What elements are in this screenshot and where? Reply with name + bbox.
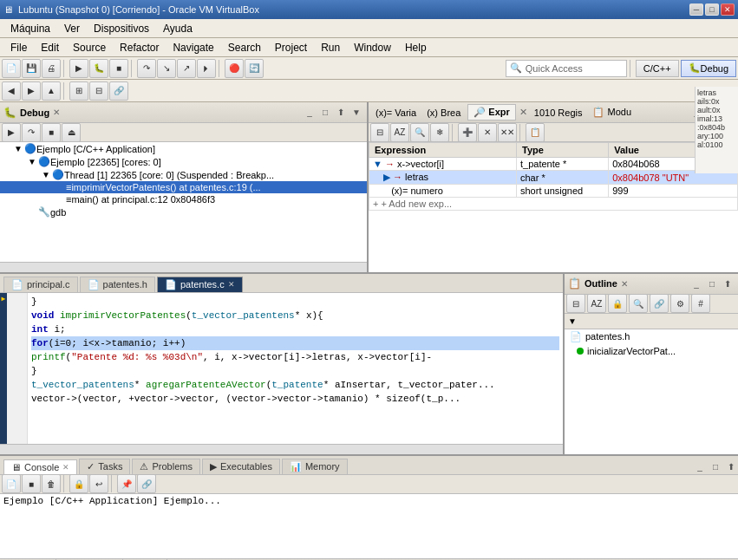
tab-expressions[interactable]: 🔎 Expr: [467, 104, 516, 120]
debug-step-btn[interactable]: ↷: [22, 123, 41, 142]
outline-settings[interactable]: ⚙: [670, 294, 689, 313]
outline-collapse[interactable]: ⊟: [566, 294, 585, 313]
step-into-button[interactable]: ↘: [157, 59, 176, 78]
debug-button[interactable]: 🐛: [89, 59, 108, 78]
menu-source[interactable]: Source: [66, 40, 113, 55]
resume-button[interactable]: ⏵: [197, 59, 216, 78]
expr-collapse-all[interactable]: ⊟: [370, 123, 389, 142]
console-link[interactable]: 🔗: [137, 474, 156, 493]
debug-disconnect-btn[interactable]: ⏏: [62, 123, 81, 142]
link-button[interactable]: 🔗: [109, 81, 128, 101]
menu-navigate[interactable]: Navigate: [166, 40, 220, 55]
tab-memory[interactable]: 📊 Memory: [282, 459, 348, 474]
tree-item-imprimir[interactable]: ≡ imprimirVectorPatentes() at patentes.c…: [0, 181, 367, 193]
console-maximize-btn[interactable]: □: [709, 460, 722, 474]
step-out-button[interactable]: ↗: [177, 59, 196, 78]
expand-arrow-2[interactable]: ▶: [383, 172, 390, 182]
expand-arrow-1[interactable]: ▼: [373, 159, 382, 169]
collapse-all[interactable]: ⊟: [89, 81, 108, 101]
tab-variables[interactable]: (x)= Varia: [372, 106, 420, 120]
os-menu-view[interactable]: Ver: [57, 21, 87, 36]
outline-item-init[interactable]: inicializarVectorPat...: [565, 344, 738, 358]
outline-synced[interactable]: 🔗: [650, 294, 669, 313]
debug-menu-btn[interactable]: ▼: [349, 106, 363, 120]
tab-registers[interactable]: 1010 Regis: [531, 106, 586, 120]
os-menu-devices[interactable]: Dispositivos: [87, 21, 156, 36]
console-stop-btn[interactable]: ■: [22, 474, 41, 493]
tab-close-patentes-c[interactable]: ✕: [228, 280, 235, 289]
add-new-expr[interactable]: + + Add new exp...: [369, 198, 738, 211]
outline-maximize[interactable]: □: [705, 277, 719, 290]
outline-sort[interactable]: AZ: [587, 294, 606, 313]
debug-terminate-btn[interactable]: ■: [42, 123, 61, 142]
tab-patentes-c[interactable]: 📄 patentes.c ✕: [157, 277, 243, 292]
outline-minimize[interactable]: _: [689, 277, 703, 290]
run-button[interactable]: ▶: [69, 59, 88, 78]
back-button[interactable]: ◀: [2, 81, 21, 101]
console-minimize-btn[interactable]: _: [693, 460, 707, 474]
console-clear-btn[interactable]: 🗑: [42, 474, 61, 493]
table-row-add[interactable]: + + Add new exp...: [369, 198, 738, 211]
tree-item-main[interactable]: ≡ main() at principal.c:12 0x80486f3: [0, 193, 367, 205]
expr-freeze[interactable]: ❄: [430, 123, 449, 142]
tree-item-gdb[interactable]: 🔧 gdb: [0, 205, 367, 218]
tab-console[interactable]: 🖥 Console ✕: [3, 459, 77, 474]
console-expand-btn[interactable]: ⬆: [724, 460, 738, 474]
step-over-button[interactable]: ↷: [137, 59, 156, 78]
debug-maximize-btn[interactable]: □: [318, 106, 332, 120]
tree-item-ejemplo-22365[interactable]: ▼ 🔵 Ejemplo [22365] [cores: 0]: [0, 155, 367, 168]
debug-minimize-btn[interactable]: _: [303, 106, 317, 120]
table-row[interactable]: (x)= numero short unsigned 999: [369, 185, 738, 198]
console-tab-close[interactable]: ✕: [62, 463, 69, 472]
tab-modules[interactable]: 📋 Modu: [589, 105, 635, 120]
expr-add[interactable]: ➕: [458, 123, 477, 142]
outline-expand[interactable]: ⬆: [721, 277, 735, 290]
expand-all[interactable]: ⊞: [69, 81, 88, 101]
menu-help[interactable]: Help: [398, 40, 434, 55]
tab-close-expr[interactable]: ✕: [519, 107, 527, 118]
console-pin[interactable]: 📌: [117, 474, 136, 493]
expr-remove[interactable]: ✕: [478, 123, 497, 142]
tab-executables[interactable]: ▶ Executables: [202, 459, 280, 474]
console-scroll-lock[interactable]: 🔒: [69, 474, 88, 493]
save-button[interactable]: 💾: [22, 59, 41, 78]
maximize-button[interactable]: □: [705, 3, 719, 16]
tab-breakpoints[interactable]: (x) Brea: [423, 106, 464, 120]
tab-tasks[interactable]: ✓ Tasks: [79, 459, 130, 474]
menu-file[interactable]: File: [3, 40, 34, 55]
forward-button[interactable]: ▶: [22, 81, 41, 101]
os-menu-help[interactable]: Ayuda: [156, 21, 199, 36]
outline-hash[interactable]: #: [691, 294, 710, 313]
tab-principal-c[interactable]: 📄 principal.c: [3, 277, 78, 292]
print-button[interactable]: 🖨: [42, 59, 61, 78]
menu-run[interactable]: Run: [314, 40, 347, 55]
menu-search[interactable]: Search: [221, 40, 268, 55]
expr-sort[interactable]: AZ: [390, 123, 409, 142]
menu-refactor[interactable]: Refactor: [113, 40, 166, 55]
menu-edit[interactable]: Edit: [34, 40, 66, 55]
tab-problems[interactable]: ⚠ Problems: [132, 459, 199, 474]
quick-access-box[interactable]: 🔍 Quick Access: [506, 60, 627, 77]
up-button[interactable]: ▲: [42, 81, 61, 101]
os-menu-machine[interactable]: Máquina: [3, 21, 57, 36]
table-row[interactable]: ▼ → x->vector[i] t_patente * 0x804b068: [369, 158, 738, 171]
minimize-button[interactable]: ─: [689, 3, 703, 16]
refresh-button[interactable]: 🔄: [245, 59, 264, 78]
menu-project[interactable]: Project: [268, 40, 314, 55]
debug-expand-btn[interactable]: ⬆: [334, 106, 348, 120]
expr-filter[interactable]: 🔍: [410, 123, 429, 142]
menu-window[interactable]: Window: [347, 40, 398, 55]
new-button[interactable]: 📄: [2, 59, 21, 78]
console-new-btn[interactable]: 📄: [2, 474, 21, 493]
tab-patentes-h[interactable]: 📄 patentes.h: [80, 277, 155, 292]
tree-item-thread[interactable]: ▼ 🔵 Thread [1] 22365 [core: 0] (Suspende…: [0, 168, 367, 181]
toggle-breakpoint[interactable]: 🔴: [225, 59, 244, 78]
close-button[interactable]: ✕: [721, 3, 735, 16]
table-row[interactable]: ▶ → letras char * 0x804b078 "UTN": [369, 171, 738, 185]
stop-button[interactable]: ■: [109, 59, 128, 78]
outline-hide-fields[interactable]: 🔒: [608, 294, 627, 313]
debug-resume-btn[interactable]: ▶: [2, 123, 21, 142]
expr-copy[interactable]: 📋: [526, 123, 545, 142]
tree-item-ejemplo-app[interactable]: ▼ 🔵 Ejemplo [C/C++ Application]: [0, 142, 367, 155]
outline-expand-arrow[interactable]: ▼: [568, 316, 577, 326]
